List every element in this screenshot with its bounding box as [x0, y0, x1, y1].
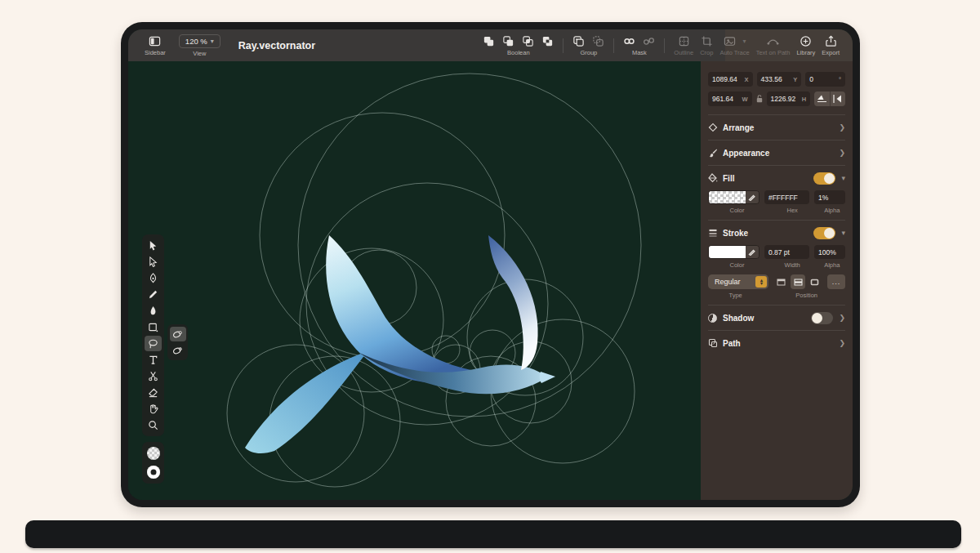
chevron-right-icon: ❯	[839, 149, 845, 157]
chevron-down-icon: ▾	[743, 38, 746, 45]
lasso-subtract-mode-button[interactable]	[170, 343, 186, 358]
color-swatches	[142, 442, 164, 484]
arrange-title: Arrange	[723, 123, 833, 132]
flip-controls	[814, 91, 845, 106]
chevron-right-icon: ❯	[839, 314, 845, 322]
chevron-right-icon: ❯	[839, 123, 845, 132]
crop-label: Crop	[700, 49, 713, 56]
lasso-tool[interactable]	[145, 336, 162, 351]
auto-trace-label: Auto Trace	[719, 49, 749, 56]
outline-icon	[678, 35, 690, 47]
chevron-down-icon: ▾	[211, 38, 214, 45]
toolbar-separator	[613, 38, 614, 53]
hand-tool[interactable]	[145, 401, 162, 417]
canvas[interactable]	[128, 61, 701, 500]
auto-trace-button[interactable]: ▾ Auto Trace	[716, 29, 752, 61]
fill-color-swatch[interactable]	[147, 447, 160, 460]
width-field[interactable]: 961.64W	[708, 91, 752, 106]
fill-hex-field[interactable]: #FFFFFF	[764, 190, 809, 204]
x-position-field[interactable]: 1089.64X	[708, 72, 753, 87]
sidebar-toggle-button[interactable]: Sidebar	[141, 29, 169, 61]
stroke-width-label: Width	[771, 261, 814, 269]
zoom-level-value: 120 %	[185, 37, 207, 46]
mask-unlink-icon[interactable]	[643, 35, 655, 47]
app-window: Sidebar 120 % ▾ View Ray.vectornator	[128, 29, 853, 500]
pencil-tool[interactable]	[145, 287, 162, 302]
stroke-toggle[interactable]	[813, 227, 835, 239]
stepper-icon: ▲▼	[755, 276, 767, 288]
y-position-field[interactable]: 433.56Y	[757, 72, 802, 87]
boolean-exclude-icon[interactable]	[541, 35, 554, 47]
sidebar-label: Sidebar	[145, 49, 166, 56]
stroke-position-center-button[interactable]	[791, 274, 806, 289]
aspect-lock-icon[interactable]	[756, 95, 763, 103]
transform-section: 1089.64X 433.56Y 0° 961.64W	[708, 72, 845, 106]
appearance-section[interactable]: Appearance ❯	[708, 140, 845, 165]
library-icon	[800, 35, 812, 47]
group-group: Group	[569, 29, 608, 61]
text-tool[interactable]	[145, 352, 162, 368]
node-selection-tool[interactable]	[145, 254, 162, 270]
library-button[interactable]: Library	[793, 29, 818, 61]
stroke-alpha-label: Alpha	[818, 261, 845, 269]
fill-alpha-field[interactable]: 1%	[814, 190, 845, 204]
boolean-intersect-icon[interactable]	[522, 35, 534, 47]
lasso-add-mode-button[interactable]	[170, 327, 186, 341]
group-icon[interactable]	[572, 35, 585, 47]
stroke-width-field[interactable]: 0.87 pt	[764, 245, 809, 259]
mask-group: Mask	[620, 29, 658, 61]
fill-bucket-icon	[708, 173, 723, 183]
boolean-label: Boolean	[507, 49, 530, 56]
stroke-type-dropdown[interactable]: Regular ▲▼	[708, 274, 768, 289]
eyedropper-icon[interactable]	[746, 246, 759, 258]
toolbar-separator	[664, 38, 665, 53]
selection-tool[interactable]	[145, 238, 162, 253]
pen-tool[interactable]	[145, 270, 162, 286]
bird-right-wing	[488, 235, 538, 370]
crop-button[interactable]: Crop	[697, 29, 716, 61]
shadow-toggle[interactable]	[811, 312, 833, 324]
fill-color-well[interactable]	[708, 190, 760, 204]
flip-vertical-button[interactable]	[814, 91, 830, 106]
keyboard-base	[25, 520, 961, 548]
eraser-tool[interactable]	[145, 385, 162, 400]
fill-toggle[interactable]	[813, 172, 835, 185]
view-zoom-control[interactable]: 120 % ▾ View	[176, 29, 224, 61]
zoom-tool[interactable]	[145, 417, 162, 433]
lasso-tool-flyout	[167, 324, 188, 360]
flip-horizontal-button[interactable]	[831, 91, 845, 106]
boolean-union-icon[interactable]	[483, 35, 495, 47]
stroke-position-inside-button[interactable]	[773, 274, 789, 289]
mask-link-icon[interactable]	[623, 35, 635, 47]
bird-tail	[245, 351, 368, 453]
brush-tool[interactable]	[145, 303, 162, 319]
stroke-position-outside-button[interactable]	[807, 274, 822, 289]
height-field[interactable]: 1226.92H	[767, 91, 811, 106]
eyedropper-icon[interactable]	[746, 191, 759, 203]
boolean-subtract-icon[interactable]	[502, 35, 514, 47]
rotation-field[interactable]: 0°	[805, 72, 845, 87]
outline-button[interactable]: Outline	[670, 29, 697, 61]
stroke-color-well[interactable]	[708, 245, 760, 259]
stroke-alpha-field[interactable]: 100%	[814, 245, 845, 259]
bird-beak	[540, 372, 555, 383]
stroke-position-label: Position	[768, 292, 845, 299]
stroke-more-button[interactable]: ...	[827, 274, 845, 289]
toolbar-separator	[563, 38, 564, 53]
stroke-lines-icon	[708, 228, 723, 238]
ungroup-icon[interactable]	[592, 35, 604, 47]
shape-tool[interactable]	[145, 319, 162, 335]
arrange-section[interactable]: Arrange ❯	[708, 114, 845, 140]
outline-label: Outline	[674, 49, 693, 56]
fill-title: Fill	[723, 174, 813, 183]
stroke-color-swatch[interactable]	[147, 466, 160, 479]
text-on-path-button[interactable]: Text on Path	[753, 29, 794, 61]
appearance-brush-icon	[708, 148, 723, 158]
chevron-down-icon: ▾	[841, 229, 845, 237]
export-button[interactable]: Export	[818, 29, 843, 61]
fill-hex-label: Hex	[771, 207, 814, 214]
path-section[interactable]: Path ❯	[708, 330, 845, 355]
stroke-position-segment	[773, 274, 822, 289]
shadow-icon	[708, 314, 723, 323]
scissors-tool[interactable]	[145, 368, 162, 384]
